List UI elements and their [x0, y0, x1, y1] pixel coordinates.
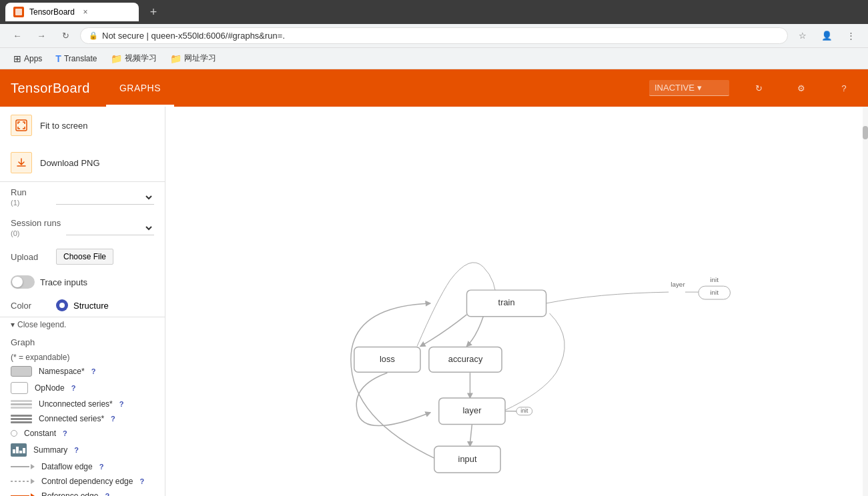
- node-accuracy[interactable]: accuracy: [429, 347, 502, 372]
- mini-init-label: init: [710, 289, 719, 296]
- apps-icon: ⊞: [13, 53, 21, 64]
- node-init-mini[interactable]: layer init init: [671, 276, 730, 299]
- color-row: Color Structure: [0, 294, 165, 317]
- fit-to-screen-section: Fit to screen: [0, 107, 165, 144]
- trace-inputs-label: Trace inputs: [40, 277, 87, 287]
- control-dep-help[interactable]: ?: [139, 477, 144, 485]
- fit-to-screen-btn[interactable]: Fit to screen: [40, 121, 88, 131]
- fit-icon: [11, 115, 32, 136]
- legend-summary-label: Summary: [33, 445, 67, 455]
- node-train[interactable]: train: [467, 290, 546, 317]
- legend-control-dep-label: Control dependency edge: [41, 477, 133, 486]
- bookmark-translate[interactable]: T Translate: [50, 51, 102, 67]
- node-input-label: input: [458, 454, 477, 464]
- tensorboard-header: TensorBoard GRAPHS INACTIVE ▾ ↻ ⚙ ?: [0, 69, 868, 107]
- legend-dataflow-label: Dataflow edge: [41, 462, 93, 471]
- upload-label: Upload: [11, 252, 51, 262]
- new-tab-btn[interactable]: +: [144, 3, 163, 21]
- summary-shape: [11, 443, 27, 457]
- back-btn[interactable]: ←: [8, 27, 27, 45]
- opnode-help[interactable]: ?: [71, 384, 76, 392]
- settings-btn[interactable]: ⚙: [788, 75, 815, 101]
- scrollbar-thumb[interactable]: [863, 126, 868, 139]
- address-text: Not secure | queen-x550ld:6006/#graphs&r…: [102, 31, 779, 41]
- address-bar: ← → ↻ 🔒 Not secure | queen-x550ld:6006/#…: [0, 24, 868, 48]
- star-btn[interactable]: ☆: [793, 27, 812, 45]
- sidebar: Fit to screen Download PNG Run(1) Sessio…: [0, 107, 165, 496]
- legend-unconn-label: Unconnected series*: [39, 399, 113, 409]
- conn-series-shape: [11, 415, 32, 423]
- download-png-section: Download PNG: [0, 144, 165, 181]
- namespace-help[interactable]: ?: [91, 367, 96, 375]
- opnode-shape: [11, 382, 28, 394]
- download-png-btn[interactable]: Download PNG: [40, 158, 100, 168]
- lock-icon: 🔒: [89, 31, 98, 40]
- node-layer-label: layer: [463, 405, 482, 415]
- color-radio[interactable]: [56, 299, 68, 311]
- run-selector[interactable]: INACTIVE ▾: [649, 80, 729, 96]
- address-input[interactable]: 🔒 Not secure | queen-x550ld:6006/#graphs…: [80, 27, 788, 44]
- bookmark-website[interactable]: 📁 网址学习: [165, 50, 222, 67]
- help-btn[interactable]: ?: [831, 75, 857, 101]
- upload-btn[interactable]: Choose File: [56, 249, 113, 265]
- graph-legend-title: Graph: [0, 332, 165, 350]
- layer-init-label: init: [520, 407, 528, 414]
- scrollbar-vertical[interactable]: [863, 107, 868, 496]
- summary-help[interactable]: ?: [74, 446, 79, 454]
- run-selector-arrow: ▾: [697, 83, 724, 93]
- node-layer[interactable]: layer init: [439, 398, 532, 425]
- unconn-help[interactable]: ?: [119, 400, 124, 408]
- constant-shape: [11, 430, 17, 437]
- tab-close-btn[interactable]: ×: [80, 7, 91, 17]
- forward-btn[interactable]: →: [32, 27, 51, 45]
- dataflow-help[interactable]: ?: [99, 463, 104, 471]
- node-accuracy-label: accuracy: [448, 354, 483, 364]
- color-value: Structure: [73, 301, 109, 311]
- legend-namespace-label: Namespace*: [39, 367, 85, 376]
- bookmark-translate-label: Translate: [64, 54, 97, 63]
- graph-svg[interactable]: train loss accuracy layer: [165, 107, 863, 496]
- graph-canvas[interactable]: train loss accuracy layer: [165, 107, 868, 496]
- browser-chrome: TensorBoard × +: [0, 0, 868, 24]
- legend-conn-series: Connected series* ?: [0, 411, 165, 426]
- legend-constant-label: Constant: [24, 429, 56, 438]
- nav-graphs[interactable]: GRAPHS: [106, 69, 174, 107]
- bookmark-video[interactable]: 📁 视频学习: [105, 50, 162, 67]
- reference-edge-shape: [11, 493, 35, 496]
- refresh-btn[interactable]: ↻: [745, 75, 772, 101]
- node-loss[interactable]: loss: [354, 347, 420, 372]
- menu-btn[interactable]: ⋮: [841, 27, 860, 45]
- run-selector-label: INACTIVE: [655, 83, 695, 93]
- namespace-shape: [11, 366, 32, 377]
- legend-constant: Constant ?: [0, 426, 165, 441]
- run-select[interactable]: [56, 190, 154, 205]
- reload-btn[interactable]: ↻: [56, 27, 75, 45]
- session-runs-select[interactable]: [66, 221, 154, 235]
- color-label: Color: [11, 301, 51, 311]
- folder-video-icon: 📁: [111, 53, 122, 64]
- node-input[interactable]: input: [434, 446, 500, 473]
- trace-inputs-toggle[interactable]: [11, 275, 35, 289]
- tensorboard-nav: GRAPHS: [106, 69, 174, 107]
- translate-icon: T: [55, 53, 61, 64]
- close-legend-btn[interactable]: ▾ Close legend.: [0, 317, 165, 332]
- bookmark-apps[interactable]: ⊞ Apps: [8, 51, 47, 67]
- run-row: Run(1): [0, 182, 165, 213]
- bookmark-video-label: 视频学习: [125, 53, 157, 64]
- profile-btn[interactable]: 👤: [817, 27, 836, 45]
- main-layout: Fit to screen Download PNG Run(1) Sessio…: [0, 107, 868, 496]
- browser-tab: TensorBoard ×: [5, 3, 139, 21]
- legend-control-dep: Control dependency edge ?: [0, 474, 165, 489]
- node-train-label: train: [498, 297, 515, 307]
- reference-edge-help[interactable]: ?: [105, 492, 109, 496]
- trace-inputs-row: Trace inputs: [0, 270, 165, 294]
- download-icon: [11, 152, 32, 173]
- legend-dataflow: Dataflow edge ?: [0, 459, 165, 474]
- constant-help[interactable]: ?: [63, 429, 67, 437]
- conn-help[interactable]: ?: [111, 415, 115, 423]
- legend-reference-edge: Reference edge ?: [0, 489, 165, 496]
- legend-opnode: OpNode ?: [0, 379, 165, 397]
- legend-conn-label: Connected series*: [39, 414, 104, 423]
- mini-init-top-label: init: [710, 276, 719, 283]
- mini-layer-label: layer: [671, 281, 685, 288]
